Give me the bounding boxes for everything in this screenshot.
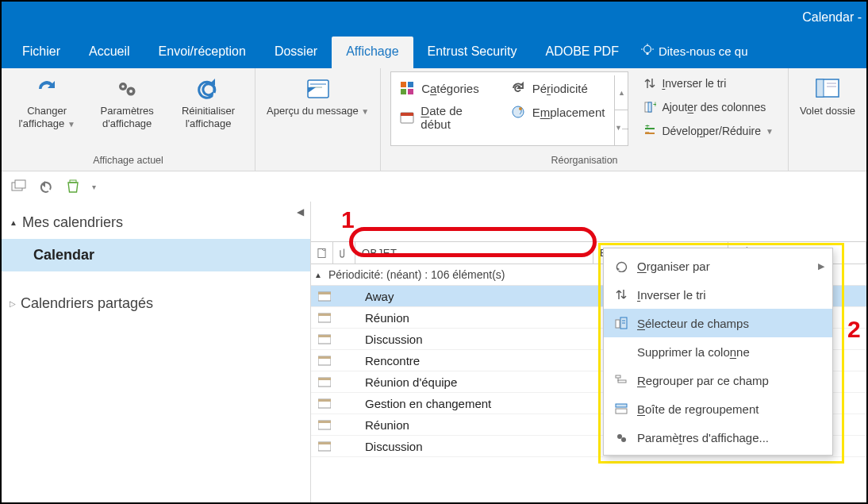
calendar-icon [399,110,414,125]
field-chooser-icon [613,315,629,331]
calendar-list-view: 1 OBJET EMPLACEMENT DÉBUT ▲ Périodicité:… [311,202,866,502]
tab-home[interactable]: Accueil [75,37,144,68]
sidebar-my-calendars-label: Mes calendriers [22,214,123,231]
gallery-up-button[interactable]: ▲ [615,75,628,110]
tab-view[interactable]: Affichage [332,37,413,68]
ctx-view-settings[interactable]: Paramètres d'affichage... [604,423,832,452]
svg-rect-22 [648,102,651,112]
ctx-group-box[interactable]: Boîte de regroupement [604,394,832,423]
arrange-categories[interactable]: Catégories [399,80,493,96]
svg-rect-33 [15,180,25,188]
svg-rect-45 [318,378,331,380]
ctx-remove-column[interactable]: Supprimer la colonne [604,337,832,366]
groupby-icon [613,372,629,388]
qat-dropdown[interactable]: ▾ [92,183,96,191]
submenu-arrow-icon: ▶ [818,261,824,271]
reverse-sort-label: Inverser le tri [662,77,726,90]
svg-rect-29 [816,79,824,97]
sidebar-shared-calendars[interactable]: ▷ Calendriers partagés [2,287,310,320]
group-label-arrangement: Réorganisation [387,153,782,169]
expand-collapse-label: Développer/Réduire [662,125,761,137]
list-item-subject: Away [340,290,394,303]
gallery-down-button[interactable]: ▼— [615,110,628,145]
svg-rect-34 [70,180,76,183]
svg-rect-14 [408,82,413,87]
appointment-icon [317,332,332,346]
appointment-icon [317,310,332,325]
ctx-organize-label: Organiser par [637,260,710,273]
reset-view-button[interactable]: Réinitialiser l'affichage [168,71,248,133]
svg-rect-1 [646,52,648,55]
undo-icon[interactable] [38,179,54,194]
svg-point-20 [519,107,522,110]
column-subject[interactable]: OBJET [355,242,593,264]
svg-point-7 [121,85,125,88]
reset-view-label: Réinitialiser l'affichage [173,103,244,131]
delete-icon[interactable] [65,179,81,194]
folder-pane-button[interactable]: Volet dossie [795,71,860,119]
tab-send-receive[interactable]: Envoi/réception [144,37,260,68]
main-area: ◀ ▲ Mes calendriers Calendar ▷ Calendrie… [2,202,866,502]
collapse-sidebar-button[interactable]: ◀ [297,206,304,217]
view-settings-label: Paramètres d'affichage [90,103,163,131]
ribbon-group-current-view: Changer l'affichage ▼ Paramètres d'affic… [2,68,255,171]
groupbox-icon [613,401,629,417]
tab-entrust-security[interactable]: Entrust Security [413,37,532,68]
message-preview-button[interactable]: Aperçu du message ▼ [262,71,374,119]
view-settings-button[interactable]: Paramètres d'affichage [86,71,168,133]
annotation-number-2: 2 [847,316,861,343]
tell-me-label: Dites-nous ce qu [659,44,748,58]
column-attachment[interactable] [333,242,355,264]
tell-me[interactable]: Dites-nous ce qu [633,36,756,68]
organize-icon [613,258,629,274]
tab-adobe-pdf[interactable]: ADOBE PDF [531,37,632,68]
ctx-group-box-label: Boîte de regroupement [637,402,759,416]
ctx-group-by-field[interactable]: Regrouper par ce champ [604,366,832,394]
appointment-icon [317,417,332,432]
appointment-icon [317,375,332,389]
svg-point-8 [129,90,133,93]
ctx-reverse-sort[interactable]: Inverser le tri [604,280,832,309]
reverse-sort-button[interactable]: Inverser le tri [639,73,776,94]
add-columns-button[interactable]: + Ajouter des colonnes [639,97,776,117]
svg-text:−: − [645,128,650,137]
list-item-subject: Réunion [340,311,409,325]
categories-icon [399,80,415,96]
ctx-organize-by[interactable]: Organiser par ▶ [604,252,832,280]
appointment-icon [317,439,332,453]
sort-updown-icon [613,287,629,302]
svg-text:+: + [653,101,656,109]
svg-point-62 [621,437,626,442]
expand-collapse-button[interactable]: +− Développer/Réduire ▼ [639,121,776,141]
window-stack-icon[interactable] [11,179,27,194]
change-view-label: Changer l'affichage [18,105,67,129]
svg-rect-41 [318,335,331,337]
svg-rect-59 [616,404,627,407]
arrange-recurrence[interactable]: Périodicité [510,80,605,96]
message-preview-label: Aperçu du message [267,105,359,117]
quick-access-toolbar: ▾ [2,171,866,202]
sidebar-calendar[interactable]: Calendar [2,239,310,271]
change-view-button[interactable]: Changer l'affichage ▼ [8,71,86,133]
add-columns-label: Ajouter des colonnes [662,101,766,113]
svg-rect-15 [401,89,406,94]
ctx-view-settings-label: Paramètres d'affichage... [637,431,769,444]
sidebar-my-calendars[interactable]: ▲ Mes calendriers [2,206,310,239]
svg-rect-18 [401,113,413,116]
svg-rect-47 [318,399,331,402]
recurrence-icon [510,80,526,96]
arrange-start-date[interactable]: Date de début [399,104,493,131]
list-item-subject: Réunion d'équipe [340,375,457,389]
list-item-subject: Discussion [340,440,423,453]
tab-folder[interactable]: Dossier [260,37,332,68]
lightbulb-icon [641,44,654,59]
column-icon[interactable] [311,242,333,264]
arrange-start-date-label: Date de début [421,104,492,131]
triangle-down-icon: ▲ [314,271,322,279]
ctx-field-chooser[interactable]: Sélecteur de champs [604,309,832,337]
ribbon-group-arrangement: Catégories Date de début Périodicité Emp… [381,68,789,171]
arrange-location[interactable]: Emplacement [510,104,605,120]
tab-file[interactable]: Fichier [8,37,75,68]
appointment-icon [317,353,332,367]
svg-rect-39 [318,314,331,316]
